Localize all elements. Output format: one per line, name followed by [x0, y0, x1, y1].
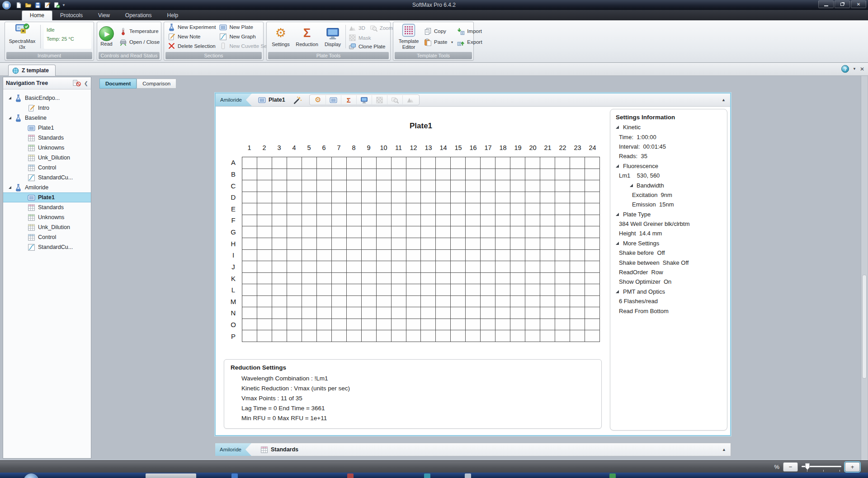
plate-well-E12[interactable] [406, 203, 421, 215]
plate-well-K17[interactable] [481, 273, 495, 285]
new-note-button[interactable]: New Note [168, 33, 216, 41]
plate-well-O4[interactable] [287, 319, 302, 331]
taskbar-icon[interactable] [231, 473, 238, 478]
plate-well-O17[interactable] [481, 319, 495, 331]
tree-item-unk-dilution[interactable]: Unk_Dilution [3, 153, 91, 163]
plate-well-L18[interactable] [495, 284, 510, 296]
plate-well-I9[interactable] [362, 250, 377, 262]
plate-well-E14[interactable] [436, 203, 451, 215]
help-button[interactable]: ? [841, 65, 849, 73]
plate-well-B3[interactable] [272, 169, 287, 181]
new-protocol-icon[interactable] [15, 2, 22, 9]
plate-well-K18[interactable] [495, 273, 510, 285]
tree-item-control[interactable]: Control [3, 232, 91, 242]
ribbon-tab-operations[interactable]: Operations [118, 11, 160, 20]
plate-well-E6[interactable] [317, 203, 332, 215]
plate-well-E3[interactable] [272, 203, 287, 215]
restore-button[interactable] [835, 0, 850, 8]
plate-well-P16[interactable] [466, 330, 481, 342]
plate-well-G9[interactable] [362, 226, 377, 238]
plate-well-I8[interactable] [347, 250, 362, 262]
plate-well-P21[interactable] [540, 330, 555, 342]
plate-well-G17[interactable] [481, 226, 495, 238]
plate-well-K11[interactable] [392, 273, 406, 285]
plate-well-O10[interactable] [377, 319, 392, 331]
plate-well-A9[interactable] [362, 157, 377, 169]
plate-well-C2[interactable] [257, 180, 272, 192]
plate-well-L17[interactable] [481, 284, 495, 296]
expander-icon[interactable] [630, 184, 633, 187]
plate-well-P19[interactable] [510, 330, 525, 342]
minimize-button[interactable] [818, 0, 834, 8]
plate-well-D14[interactable] [436, 192, 451, 204]
plate-well-M18[interactable] [495, 296, 510, 308]
plate-well-D4[interactable] [287, 192, 302, 204]
plate-well-F8[interactable] [347, 215, 362, 227]
plate-well-F18[interactable] [495, 215, 510, 227]
plate-well-G24[interactable] [585, 226, 600, 238]
row-header[interactable]: O [226, 319, 240, 331]
plate-well-N17[interactable] [481, 307, 495, 319]
column-header[interactable]: 6 [316, 144, 331, 151]
tree-item-plate1[interactable]: Plate1 [3, 123, 91, 133]
plate-well-O13[interactable] [421, 319, 436, 331]
plate-well-P7[interactable] [332, 330, 347, 342]
plate-well-M17[interactable] [481, 296, 495, 308]
plate-well-P17[interactable] [481, 330, 495, 342]
plate-well-G1[interactable] [242, 226, 257, 238]
plate-well-E17[interactable] [481, 203, 495, 215]
plate-well-D1[interactable] [242, 192, 257, 204]
plate-well-F5[interactable] [302, 215, 317, 227]
plate-well-N20[interactable] [525, 307, 540, 319]
plate-well-O19[interactable] [510, 319, 525, 331]
plate-well-O21[interactable] [540, 319, 555, 331]
plate-well-A18[interactable] [495, 157, 510, 169]
plate-well-L2[interactable] [257, 284, 272, 296]
plate-well-N21[interactable] [540, 307, 555, 319]
edit-note-icon[interactable] [44, 2, 51, 9]
plate-well-B20[interactable] [525, 169, 540, 181]
setting-row[interactable]: Bandwidth [610, 180, 727, 190]
plate-well-E22[interactable] [555, 203, 570, 215]
column-header[interactable]: 16 [466, 144, 481, 151]
chevron-down-icon[interactable]: ▼ [853, 67, 856, 71]
plate-well-F15[interactable] [451, 215, 466, 227]
plate-well-D9[interactable] [362, 192, 377, 204]
plate-well-F16[interactable] [466, 215, 481, 227]
plate-well-C6[interactable] [317, 180, 332, 192]
plate-well-O14[interactable] [436, 319, 451, 331]
plate-well-J18[interactable] [495, 261, 510, 273]
plate-well-A13[interactable] [421, 157, 436, 169]
plate-well-C24[interactable] [585, 180, 600, 192]
column-header[interactable]: 9 [361, 144, 376, 151]
plate-well-G22[interactable] [555, 226, 570, 238]
column-header[interactable]: 5 [302, 144, 316, 151]
plate-well-P11[interactable] [392, 330, 406, 342]
plate-well-K19[interactable] [510, 273, 525, 285]
plate-well-D20[interactable] [525, 192, 540, 204]
plate-well-O18[interactable] [495, 319, 510, 331]
plate-well-N24[interactable] [585, 307, 600, 319]
plate-well-K22[interactable] [555, 273, 570, 285]
threed-button[interactable] [403, 95, 418, 104]
plate-well-G19[interactable] [510, 226, 525, 238]
plate-well-A14[interactable] [436, 157, 451, 169]
plate-well-L7[interactable] [332, 284, 347, 296]
plate-well-C17[interactable] [481, 180, 495, 192]
plate-well-B21[interactable] [540, 169, 555, 181]
plate-well-I21[interactable] [540, 250, 555, 262]
plate-well-H9[interactable] [362, 238, 377, 250]
plate-well-O15[interactable] [451, 319, 466, 331]
plate-well-I6[interactable] [317, 250, 332, 262]
plate-well-N1[interactable] [242, 307, 257, 319]
row-header[interactable]: F [226, 215, 240, 226]
plate-well-C3[interactable] [272, 180, 287, 192]
plate-well-H5[interactable] [302, 238, 317, 250]
tree-item-plate1[interactable]: Plate1 [3, 192, 91, 202]
plate-well-B8[interactable] [347, 169, 362, 181]
plate-well-M16[interactable] [466, 296, 481, 308]
paste-button[interactable]: Paste ▼ [424, 37, 453, 47]
template-grid-button[interactable] [326, 95, 341, 104]
plate-well-B12[interactable] [406, 169, 421, 181]
plate-well-A20[interactable] [525, 157, 540, 169]
